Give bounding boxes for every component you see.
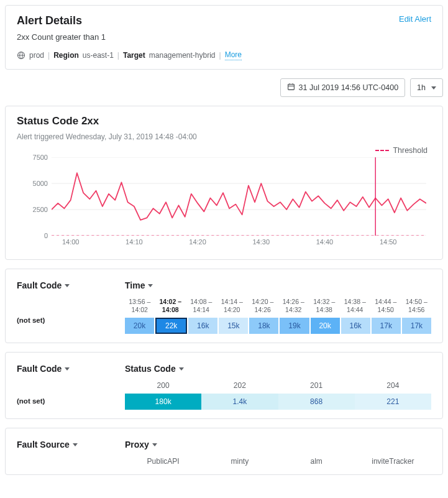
proxy-col-header: inviteTracker	[355, 457, 431, 466]
time-toolbar: 31 Jul 2019 14:56 UTC-0400 1h	[5, 78, 443, 97]
more-link[interactable]: More	[225, 50, 242, 60]
region-value: us-east-1	[83, 51, 114, 60]
proxy-col-header: minty	[201, 457, 278, 466]
legend-threshold-label: Threshold	[393, 146, 427, 155]
time-heat-cell[interactable]: 20k	[125, 318, 154, 334]
time-col-header: 14:26 – 14:32	[279, 298, 309, 314]
time-col-header: 14:20 – 14:26	[248, 298, 278, 314]
fault-code-dim-2[interactable]: Fault Code	[17, 364, 110, 374]
status-code-dim[interactable]: Status Code	[125, 364, 431, 374]
fault-source-dim[interactable]: Fault Source	[17, 440, 110, 450]
time-heat-card: Fault Code (not set) Time 13:56 – 14:021…	[5, 269, 443, 343]
globe-icon	[17, 51, 25, 60]
time-heat-cell[interactable]: 22k	[155, 318, 187, 334]
chevron-down-icon	[65, 284, 70, 287]
chevron-down-icon	[148, 284, 153, 287]
status-heat-row: 180k1.4k868221	[125, 394, 431, 410]
time-col-header: 14:38 – 14:44	[341, 298, 370, 314]
time-heat-cell[interactable]: 20k	[311, 318, 340, 334]
region-label: Region	[53, 51, 79, 60]
chevron-down-icon	[152, 443, 157, 446]
time-col-header: 14:02 – 14:08	[156, 298, 186, 314]
time-heat-headers: 13:56 – 14:0214:02 – 14:0814:08 – 14:141…	[125, 298, 431, 314]
alert-details-card: Alert Details Edit Alert 2xx Count great…	[5, 5, 443, 70]
time-col-header: 14:32 – 14:38	[309, 298, 339, 314]
time-col-header: 13:56 – 14:02	[125, 298, 155, 314]
proxy-heat-headers: PublicAPImintyalminviteTracker	[125, 457, 431, 466]
time-heat-cell[interactable]: 16k	[341, 318, 370, 334]
time-heat-cell[interactable]: 19k	[280, 318, 309, 334]
chart-legend: Threshold	[17, 146, 431, 155]
datetime-value: 31 Jul 2019 14:56 UTC-0400	[299, 83, 399, 92]
alert-description: 2xx Count greater than 1	[17, 32, 431, 42]
time-row-label: (not set)	[17, 316, 110, 324]
time-heat-cell[interactable]: 17k	[372, 318, 401, 334]
env-value: prod	[29, 51, 44, 60]
alert-meta: prod | Region us-east-1 | Target managem…	[17, 50, 431, 60]
edit-alert-link[interactable]: Edit Alert	[399, 14, 431, 24]
svg-rect-3	[288, 84, 294, 90]
chevron-down-icon	[179, 367, 184, 371]
target-label: Target	[123, 51, 145, 60]
time-heat-row: 20k22k16k15k18k19k20k16k17k17k	[125, 318, 431, 334]
status-col-header: 202	[201, 381, 278, 390]
proxy-col-header: PublicAPI	[125, 457, 201, 466]
proxy-dim[interactable]: Proxy	[125, 440, 431, 450]
alert-details-title: Alert Details	[17, 14, 82, 27]
status-col-header: 201	[278, 381, 355, 390]
time-col-header: 14:14 – 14:20	[217, 298, 247, 314]
time-heat-cell[interactable]: 18k	[249, 318, 278, 334]
time-col-header: 14:50 – 14:56	[402, 298, 432, 314]
chart-plot[interactable]	[52, 157, 426, 236]
chart-subtitle: Alert triggered Wednesday, July 31, 2019…	[17, 132, 431, 141]
time-heat-cell[interactable]: 17k	[402, 318, 431, 334]
range-value: 1h	[417, 83, 426, 92]
datetime-picker[interactable]: 31 Jul 2019 14:56 UTC-0400	[280, 78, 406, 97]
proxy-col-header: alm	[278, 457, 355, 466]
target-value: management-hybrid	[149, 51, 216, 60]
threshold-swatch-icon	[375, 150, 389, 151]
chevron-down-icon	[73, 443, 78, 446]
calendar-icon	[287, 83, 295, 93]
range-picker[interactable]: 1h	[410, 78, 443, 97]
status-heat-cell[interactable]: 1.4k	[201, 394, 278, 410]
status-heat-headers: 200202201204	[125, 381, 431, 390]
time-col-header: 14:08 – 14:14	[186, 298, 216, 314]
time-dim[interactable]: Time	[125, 280, 431, 290]
chevron-down-icon	[65, 367, 70, 371]
proxy-heat-card: Fault Source Proxy PublicAPImintyalminvi…	[5, 428, 443, 475]
time-heat-cell[interactable]: 16k	[188, 318, 217, 334]
chart-x-axis: 14:0014:1014:2014:3014:4014:50	[52, 238, 426, 251]
status-chart-card: Status Code 2xx Alert triggered Wednesda…	[5, 106, 443, 260]
status-heat-cell[interactable]: 221	[355, 394, 431, 410]
chart-area: 0250050007500 14:0014:1014:2014:3014:401…	[17, 157, 431, 251]
status-col-header: 200	[125, 381, 201, 390]
status-heat-cell[interactable]: 180k	[125, 394, 201, 410]
status-heat-card: Fault Code (not set) Status Code 2002022…	[5, 352, 443, 419]
chevron-down-icon	[431, 86, 436, 90]
fault-code-dim[interactable]: Fault Code	[17, 280, 110, 290]
time-col-header: 14:44 – 14:50	[371, 298, 401, 314]
status-row-label: (not set)	[17, 397, 110, 405]
chart-y-axis: 0250050007500	[17, 157, 52, 236]
status-heat-cell[interactable]: 868	[278, 394, 355, 410]
time-heat-cell[interactable]: 15k	[219, 318, 248, 334]
chart-title: Status Code 2xx	[17, 115, 431, 127]
status-col-header: 204	[355, 381, 431, 390]
